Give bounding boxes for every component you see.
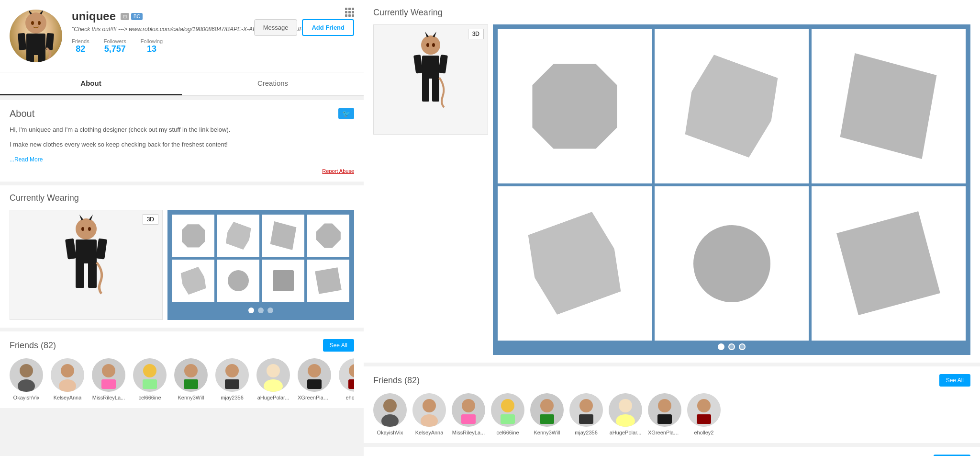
friend-avatar[interactable] <box>92 358 125 392</box>
followers-stat: Followers 5,757 <box>104 38 126 54</box>
friend-name: MissRileyLa... <box>92 395 125 400</box>
svg-rect-71 <box>540 414 554 424</box>
svg-point-79 <box>658 399 671 412</box>
see-all-button[interactable]: See All <box>323 339 354 352</box>
item-cell[interactable] <box>262 215 304 257</box>
tab-about[interactable]: About <box>0 72 182 95</box>
stats-row: Friends 82 Followers 5,757 Following 13 <box>72 38 354 54</box>
friend-avatar[interactable] <box>133 358 167 392</box>
svg-point-0 <box>25 12 46 34</box>
svg-rect-65 <box>461 414 476 424</box>
friend-name: mjay2356 <box>575 430 598 435</box>
item-cell[interactable] <box>307 215 349 257</box>
friend-avatar[interactable] <box>256 358 290 392</box>
carousel-dot-right-1[interactable] <box>718 343 724 350</box>
friends-stat: Friends 82 <box>72 38 89 54</box>
three-d-button[interactable]: 3D <box>143 214 158 225</box>
friend-avatar[interactable] <box>174 358 208 392</box>
item-cell[interactable] <box>655 29 809 183</box>
svg-rect-80 <box>657 414 672 424</box>
svg-marker-48 <box>425 32 429 37</box>
carousel-dot-1[interactable] <box>248 308 254 313</box>
action-buttons: Message Add Friend <box>254 19 354 36</box>
friends-right-grid: OkayishVix KelseyAnna MissRileyLa... <box>373 393 970 435</box>
item-cell[interactable] <box>498 186 652 341</box>
svg-point-33 <box>184 364 198 377</box>
tab-creations[interactable]: Creations <box>182 72 364 95</box>
list-item: XGreenPlayzX <box>298 358 331 400</box>
svg-point-42 <box>308 364 321 377</box>
svg-rect-15 <box>76 239 97 263</box>
item-cell[interactable] <box>498 29 652 183</box>
list-item: MissRileyLa... <box>452 393 485 435</box>
friends-section: Friends (82) See All OkayishVix KelseyAn… <box>0 331 364 408</box>
svg-rect-7 <box>38 53 45 62</box>
friend-avatar[interactable] <box>687 393 721 427</box>
friend-avatar[interactable] <box>609 393 642 427</box>
carousel-dot-right-2[interactable] <box>728 343 735 350</box>
friend-avatar[interactable] <box>648 393 681 427</box>
friend-name: mjay2356 <box>221 395 244 400</box>
report-abuse-link[interactable]: Report Abuse <box>10 168 354 174</box>
grid-menu-icon[interactable] <box>345 8 354 17</box>
items-grid-right <box>493 24 970 355</box>
list-item: Kenny3Will <box>530 393 564 435</box>
carousel-dots <box>172 306 349 313</box>
svg-rect-37 <box>225 379 239 389</box>
svg-point-30 <box>143 364 156 377</box>
item-cell[interactable] <box>217 260 259 302</box>
svg-rect-56 <box>438 55 448 74</box>
svg-point-67 <box>501 399 514 412</box>
friend-avatar[interactable] <box>10 358 43 392</box>
item-cell[interactable] <box>812 186 966 341</box>
svg-rect-19 <box>96 239 107 260</box>
friend-avatar[interactable] <box>298 358 331 392</box>
svg-point-3 <box>31 21 34 25</box>
item-cell[interactable] <box>655 186 809 341</box>
svg-point-36 <box>225 364 239 377</box>
friend-avatar[interactable] <box>412 393 446 427</box>
see-all-friends-right[interactable]: See All <box>939 374 970 387</box>
list-item: Kenny3Will <box>174 358 208 400</box>
item-cell[interactable] <box>262 260 304 302</box>
currently-wearing-section: Currently Wearing 3D <box>0 185 364 328</box>
svg-rect-55 <box>413 55 423 74</box>
item-cell[interactable] <box>172 215 214 257</box>
carousel-dot-2[interactable] <box>258 308 264 313</box>
svg-point-21 <box>20 364 33 377</box>
friend-avatar[interactable] <box>452 393 485 427</box>
friend-name: Kenny3Will <box>178 395 204 400</box>
friend-avatar[interactable] <box>530 393 564 427</box>
friend-avatar[interactable] <box>491 393 524 427</box>
friend-avatar[interactable] <box>51 358 84 392</box>
carousel-dot-right-3[interactable] <box>739 343 746 350</box>
friend-avatar[interactable] <box>569 393 603 427</box>
svg-point-76 <box>619 399 632 412</box>
item-cell[interactable] <box>307 260 349 302</box>
friend-avatar[interactable] <box>215 358 249 392</box>
carousel-dot-3[interactable] <box>267 308 273 313</box>
add-friend-button[interactable]: Add Friend <box>302 19 354 36</box>
list-item: OkayishVix <box>373 393 407 435</box>
friend-avatar[interactable] <box>373 393 407 427</box>
twitter-icon[interactable]: 🐦 <box>338 108 354 119</box>
message-button[interactable]: Message <box>254 19 298 36</box>
svg-marker-1 <box>28 10 32 14</box>
three-d-button-right[interactable]: 3D <box>468 29 484 39</box>
about-title: About <box>10 108 34 119</box>
list-item: KelseyAnna <box>51 358 84 400</box>
svg-rect-54 <box>432 77 439 102</box>
svg-rect-74 <box>579 414 593 424</box>
items-grid-container <box>167 210 354 320</box>
cw-right-title: Currently Wearing <box>373 8 970 18</box>
item-cell[interactable] <box>812 29 966 183</box>
friend-name: KelseyAnna <box>54 395 82 400</box>
svg-point-73 <box>579 399 593 412</box>
friend-name: MissRileyLa... <box>452 430 485 435</box>
read-more-link[interactable]: ...Read More <box>10 156 43 163</box>
item-cell[interactable] <box>217 215 259 257</box>
friend-avatar[interactable] <box>339 358 354 392</box>
item-cell[interactable] <box>172 260 214 302</box>
svg-rect-83 <box>697 414 711 424</box>
svg-point-24 <box>61 364 74 377</box>
